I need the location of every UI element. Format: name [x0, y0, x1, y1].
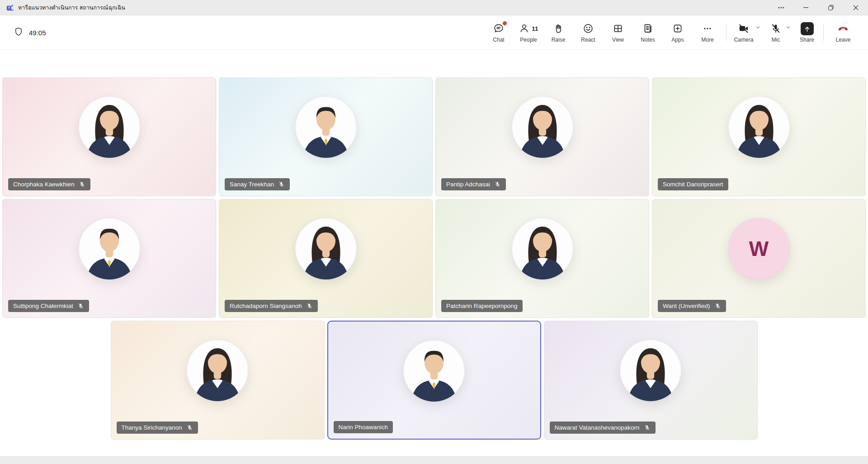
- share-label: Share: [800, 37, 814, 43]
- more-button[interactable]: More: [693, 19, 722, 47]
- mic-off-icon: [306, 303, 313, 309]
- participant-row: Chorphaka Kaewkhien Sanay Treekhan Panti…: [2, 77, 866, 196]
- camera-options-chevron-icon[interactable]: [755, 24, 761, 33]
- participant-nameplate: Chorphaka Kaewkhien: [8, 178, 90, 190]
- minimize-button[interactable]: [793, 0, 818, 15]
- apps-label: Apps: [671, 37, 684, 43]
- people-button[interactable]: 11 People: [514, 19, 543, 47]
- window-controls: [769, 0, 868, 15]
- participant-name: Suttipong Chalermkiat: [13, 303, 73, 309]
- participant-name: Rutchadaporn Siangsanoh: [230, 303, 302, 309]
- participant-grid: Chorphaka Kaewkhien Sanay Treekhan Panti…: [0, 50, 868, 440]
- participant-name: Patcharin Rapeepornpong: [446, 303, 518, 309]
- meeting-timer: 49:05: [14, 27, 46, 38]
- mic-button[interactable]: Mic: [764, 19, 788, 47]
- profile-photo-avatar: [295, 218, 357, 279]
- chat-label: Chat: [493, 37, 504, 43]
- participant-name: Warit (Unverified): [663, 303, 710, 309]
- toolbar-divider: [823, 24, 824, 41]
- participant-tile[interactable]: Thanya Sirichanyanon: [111, 321, 325, 440]
- participant-name: Chorphaka Kaewkhien: [13, 181, 75, 188]
- meeting-stage: Chorphaka Kaewkhien Sanay Treekhan Panti…: [0, 50, 868, 457]
- restore-button[interactable]: [818, 0, 843, 15]
- mic-off-icon: [77, 303, 84, 309]
- people-label: People: [520, 37, 537, 43]
- participant-tile[interactable]: Nawarat Vatanashevanopakorn: [544, 321, 758, 440]
- profile-photo-avatar: [620, 340, 681, 401]
- toolbar-divider: [726, 24, 726, 41]
- participant-row: Thanya Sirichanyanon Narin Phoawanich Na…: [111, 321, 758, 440]
- profile-photo-avatar: [187, 340, 248, 401]
- initial-avatar: W: [728, 218, 790, 279]
- view-button[interactable]: View: [603, 19, 633, 47]
- participant-nameplate: Patcharin Rapeepornpong: [441, 300, 523, 312]
- apps-button[interactable]: Apps: [663, 19, 693, 47]
- chat-notification-badge: [503, 21, 507, 25]
- participant-nameplate: Suttipong Chalermkiat: [8, 300, 89, 312]
- mic-label: Mic: [772, 37, 780, 43]
- mic-options-chevron-icon[interactable]: [785, 24, 792, 33]
- avatar-initial: W: [749, 237, 769, 261]
- participant-nameplate: Warit (Unverified): [658, 300, 726, 312]
- participant-tile[interactable]: Sanay Treekhan: [219, 77, 433, 196]
- svg-text:T: T: [8, 6, 10, 10]
- share-icon: [801, 22, 814, 35]
- more-label: More: [701, 37, 713, 43]
- participant-tile[interactable]: Narin Phoawanich: [327, 321, 541, 440]
- leave-label: Leave: [836, 37, 851, 43]
- raise-label: Raise: [552, 37, 566, 43]
- mic-off-icon: [494, 181, 501, 188]
- view-label: View: [612, 37, 624, 43]
- react-label: React: [581, 37, 595, 43]
- participant-tile[interactable]: Somchit Dansriprasert: [652, 77, 866, 196]
- notes-label: Notes: [641, 37, 655, 43]
- profile-photo-avatar: [403, 340, 465, 402]
- titlebar-more-button[interactable]: [769, 0, 793, 15]
- participant-nameplate: Sanay Treekhan: [225, 178, 290, 190]
- participant-row: Suttipong Chalermkiat Rutchadaporn Siang…: [2, 199, 866, 318]
- participant-tile[interactable]: Pantip Adchasai: [435, 77, 649, 196]
- shield-icon: [14, 27, 24, 38]
- participant-tile[interactable]: Rutchadaporn Siangsanoh: [219, 199, 433, 318]
- share-button[interactable]: Share: [794, 19, 820, 47]
- participant-name: Somchit Dansriprasert: [663, 181, 723, 188]
- window-title: หารือแนวทางดำเนินการ สถานการณ์ฉุกเฉิน: [18, 3, 125, 12]
- profile-photo-avatar: [79, 218, 140, 279]
- react-button[interactable]: React: [573, 19, 603, 47]
- participant-nameplate: Somchit Dansriprasert: [658, 178, 728, 190]
- meeting-toolbar: 49:05 Chat 11 People: [0, 16, 868, 50]
- participant-name: Thanya Sirichanyanon: [122, 424, 182, 431]
- participant-name: Narin Phoawanich: [339, 424, 388, 431]
- close-button[interactable]: [843, 0, 868, 15]
- notes-button[interactable]: Notes: [633, 19, 663, 47]
- profile-photo-avatar: [728, 96, 790, 158]
- participant-tile[interactable]: Chorphaka Kaewkhien: [2, 77, 216, 196]
- profile-photo-avatar: [295, 96, 357, 158]
- profile-photo-avatar: [79, 96, 140, 158]
- camera-button[interactable]: Camera: [730, 19, 757, 47]
- titlebar: T หารือแนวทางดำเนินการ สถานการณ์ฉุกเฉิน: [0, 0, 868, 15]
- participant-tile[interactable]: Patcharin Rapeepornpong: [435, 199, 649, 318]
- leave-button[interactable]: Leave: [827, 19, 859, 47]
- mic-off-icon: [79, 181, 85, 188]
- participant-name: Sanay Treekhan: [230, 181, 274, 188]
- chat-button[interactable]: Chat: [484, 19, 514, 47]
- profile-photo-avatar: [512, 96, 573, 158]
- raise-hand-button[interactable]: Raise: [543, 19, 573, 47]
- participant-name: Nawarat Vatanashevanopakorn: [555, 424, 640, 431]
- people-count: 11: [532, 25, 538, 32]
- participant-tile[interactable]: WWarit (Unverified): [652, 199, 866, 318]
- participant-nameplate: Narin Phoawanich: [334, 421, 393, 433]
- mic-off-icon: [186, 424, 193, 431]
- timer-value: 49:05: [29, 29, 46, 37]
- participant-tile[interactable]: Suttipong Chalermkiat: [2, 199, 216, 318]
- profile-photo-avatar: [512, 218, 573, 279]
- mic-off-icon: [278, 181, 285, 188]
- participant-name: Pantip Adchasai: [446, 181, 490, 188]
- teams-logo-icon: T: [6, 4, 14, 11]
- participant-nameplate: Pantip Adchasai: [441, 178, 506, 190]
- leave-phone-icon: [837, 23, 849, 34]
- participant-nameplate: Rutchadaporn Siangsanoh: [225, 300, 318, 312]
- mic-off-icon: [714, 303, 721, 309]
- participant-nameplate: Thanya Sirichanyanon: [117, 421, 198, 434]
